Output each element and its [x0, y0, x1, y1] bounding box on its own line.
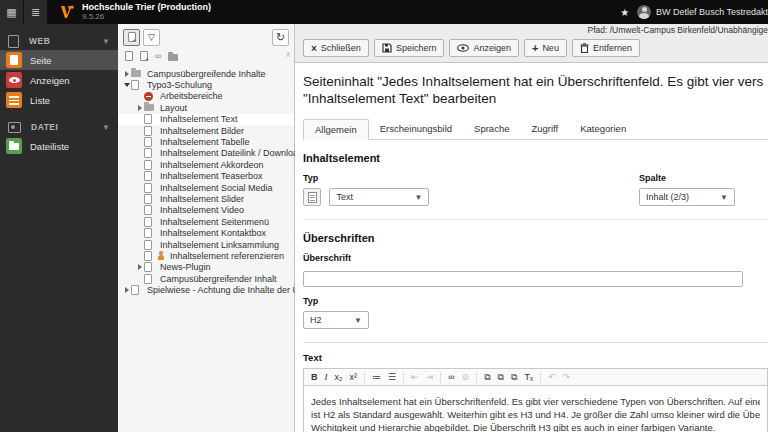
tree-item[interactable]: Typo3-Schulung	[118, 79, 294, 90]
tab-allgemein[interactable]: Allgemein	[303, 119, 369, 140]
site-title-block[interactable]: Hochschule Trier (Production) 9.5.26	[82, 2, 211, 22]
sidebar-item-label: Liste	[30, 95, 50, 106]
page-icon	[131, 80, 139, 90]
page-icon	[144, 171, 157, 181]
schließen-button[interactable]: ×Schließen	[303, 39, 369, 57]
refresh-button[interactable]: ↻	[272, 29, 289, 46]
ueberschrift-input[interactable]	[303, 271, 743, 287]
view-module-icon	[6, 72, 22, 88]
subscript-icon[interactable]: x₂	[335, 372, 343, 382]
superscript-icon[interactable]: x²	[350, 372, 358, 382]
indent-icon: ⇥	[426, 372, 434, 382]
tab-zugriff[interactable]: Zugriff	[520, 119, 569, 139]
page-icon	[144, 171, 152, 181]
paste-word-icon[interactable]: ⧉	[511, 372, 517, 382]
page-icon	[144, 262, 152, 272]
sidebar-item-label: Seite	[30, 55, 52, 66]
chevron-down-icon: ▼	[102, 123, 110, 132]
page-tree-toolbar: ▽ ↻	[118, 24, 294, 46]
tree-toggle-icon[interactable]	[135, 105, 144, 111]
tree-item-label: Layout	[160, 103, 187, 113]
tree-item[interactable]: Inhaltselement Text	[118, 114, 294, 125]
page-icon	[144, 114, 152, 124]
tab-sprache[interactable]: Sprache	[463, 119, 520, 139]
ueberschrift-typ-select[interactable]: H2 ▼	[303, 311, 369, 329]
tree-item[interactable]: Inhaltselement Linksammlung	[118, 239, 294, 250]
page-icon	[144, 274, 157, 284]
page-icon	[144, 137, 157, 147]
toolbar-separator	[476, 372, 477, 383]
typ-select[interactable]: Text ▼	[329, 188, 429, 206]
sidebar-item-liste[interactable]: Liste	[0, 90, 118, 110]
tree-item[interactable]: Inhaltselement Video	[118, 205, 294, 216]
tree-item[interactable]: Inhaltselement Dateilink / Download	[118, 148, 294, 159]
page-reference-icon	[144, 251, 157, 261]
paste-icon[interactable]: ⧉	[484, 372, 490, 382]
ordered-list-icon[interactable]: ≔	[372, 372, 381, 382]
tree-item[interactable]: Inhaltselement Bilder	[118, 125, 294, 136]
new-page-button[interactable]	[123, 29, 140, 46]
pagetree-list-icon[interactable]: ≣	[24, 0, 48, 24]
tree-item-label: Inhaltselement Tabelle	[160, 137, 249, 147]
neu-button[interactable]: +Neu	[524, 39, 567, 57]
stop-icon	[144, 92, 157, 101]
page-icon	[131, 80, 144, 90]
scroll-up-icon[interactable]: ∧	[285, 50, 291, 59]
bold-icon[interactable]: B	[311, 372, 318, 382]
page-icon	[131, 285, 144, 295]
speichern-button[interactable]: Speichern	[374, 39, 445, 57]
tree-item[interactable]: Inhaltselement Kontaktbox	[118, 227, 294, 238]
tab-kategorien[interactable]: Kategorien	[569, 119, 637, 139]
tree-toggle-icon[interactable]	[135, 264, 144, 270]
tab-erscheinungsbild[interactable]: Erscheinungsbild	[369, 119, 463, 139]
new-folder-icon[interactable]	[168, 54, 178, 61]
toolbar-separator	[440, 372, 441, 383]
modules-grid-icon[interactable]: ▦	[0, 0, 24, 24]
sidebar-item-dateiliste[interactable]: Dateiliste	[0, 136, 118, 156]
anzeigen-button[interactable]: Anzeigen	[449, 39, 519, 57]
toolbar-separator	[403, 372, 404, 383]
rte-content[interactable]: Jedes Inhaltselement hat ein Überschrift…	[303, 386, 768, 432]
tree-item[interactable]: Inhaltselement referenzieren	[118, 250, 294, 261]
tree-item[interactable]: Inhaltselement Slider	[118, 193, 294, 204]
new-page-alt-icon[interactable]	[140, 51, 148, 61]
paste-text-icon[interactable]: ⧉	[498, 372, 504, 382]
username[interactable]: BW Detlef Busch Testredakt	[656, 7, 768, 17]
typo3-logo[interactable]	[58, 3, 76, 21]
remove-format-icon[interactable]: Tₓ	[524, 372, 532, 382]
spalte-select[interactable]: Inhalt (2/3) ▼	[639, 188, 735, 206]
link-icon[interactable]: ∞	[448, 372, 454, 382]
tree-item[interactable]: Layout	[118, 102, 294, 113]
tree-item[interactable]: Inhaltselement Akkordeon	[118, 159, 294, 170]
document-icon	[8, 35, 19, 48]
section-divider	[303, 219, 768, 220]
chevron-down-icon: ▼	[354, 316, 362, 325]
filter-button[interactable]: ▽	[143, 29, 160, 46]
module-section-header[interactable]: WEB▼	[0, 32, 118, 50]
tree-item[interactable]: Arbeitsbereiche	[118, 91, 294, 102]
unordered-list-icon[interactable]: ☰	[388, 372, 396, 382]
tree-item[interactable]: Spielwiese - Achtung die Inhalte der Un	[118, 284, 294, 295]
sidebar-item-seite[interactable]: Seite	[0, 50, 118, 70]
new-page-icon[interactable]	[125, 51, 133, 61]
tree-item[interactable]: Campusübergreifender Inhalt	[118, 273, 294, 284]
tree-toggle-icon[interactable]	[122, 83, 131, 87]
star-icon[interactable]: ★	[612, 7, 637, 18]
tree-item-label: Inhaltselement Seitenmenü	[160, 217, 269, 227]
tree-item[interactable]: News-Plugin	[118, 262, 294, 273]
avatar[interactable]	[637, 5, 651, 19]
sidebar-item-anzeigen[interactable]: Anzeigen	[0, 70, 118, 90]
new-link-icon[interactable]: ∞	[155, 52, 161, 60]
tree-item[interactable]: Inhaltselement Teaserbox	[118, 171, 294, 182]
module-section-label: DATEI	[31, 122, 102, 132]
tree-item[interactable]: Inhaltselement Tabelle	[118, 136, 294, 147]
tree-item[interactable]: Inhaltselement Social Media	[118, 182, 294, 193]
tree-item[interactable]: Campusübergreifende Inhalte	[118, 68, 294, 79]
tree-toggle-icon[interactable]	[122, 287, 131, 293]
tree-toggle-icon[interactable]	[122, 71, 131, 77]
tree-item[interactable]: Inhaltselement Seitenmenü	[118, 216, 294, 227]
italic-icon[interactable]: I	[325, 372, 328, 382]
module-section-header[interactable]: DATEI▼	[0, 118, 118, 136]
tree-item-label: Typo3-Schulung	[147, 80, 212, 90]
entfernen-button[interactable]: Entfernen	[572, 39, 640, 57]
